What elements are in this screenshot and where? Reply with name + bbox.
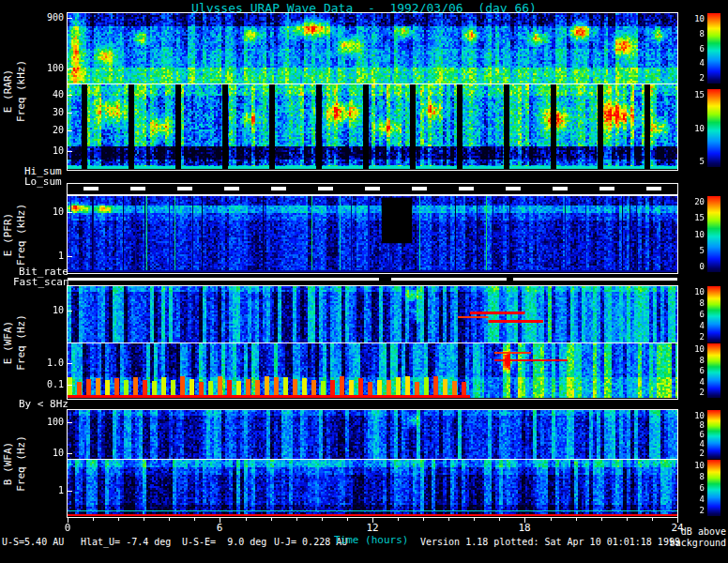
x-tick-label: 6 [205, 522, 234, 534]
colorbar-tick-label: 20 [677, 197, 705, 206]
colorbar-tick-label: 10 [677, 411, 705, 420]
rar-instrument-label: E (RAR) [2, 69, 14, 113]
x-minor-tick-mark [652, 518, 653, 521]
colorbar-tick-label: 6 [677, 366, 705, 375]
colorbar-tick-label: 5 [677, 246, 705, 255]
y-tick-mark [68, 95, 72, 96]
colorbar-tick-label: 8 [677, 356, 705, 365]
y-tick-label: 0.1 [28, 379, 64, 389]
wfa-e-low-spectrogram [68, 343, 677, 398]
colorbar-tick-label: 10 [677, 287, 705, 297]
y-tick-mark [68, 130, 72, 131]
lo-sum-label: Lo_sum [24, 175, 62, 188]
y-tick-label: 10 [28, 145, 64, 156]
y-tick-mark [68, 422, 72, 423]
x-minor-tick-mark [601, 518, 602, 521]
colorbar-tick-label: 8 [677, 472, 705, 481]
colorbar-tick-label: 4 [677, 321, 705, 330]
colorbar-tick-label: 15 [677, 213, 705, 222]
wfa-e-high-spectrogram [68, 286, 677, 342]
y-tick-label: 100 [28, 63, 64, 73]
colorbar-tick-label: 10 [677, 344, 705, 354]
colorbar-tick-label: 10 [677, 230, 705, 239]
x-minor-tick-mark [118, 518, 119, 521]
colorbar-tick-label: 6 [677, 430, 705, 439]
colorbar-tick-label: 10 [677, 14, 705, 23]
colorbar [707, 13, 720, 84]
x-minor-tick-mark [499, 518, 500, 521]
rar-freq-axis-label: Freq (kHz) [15, 60, 27, 122]
y-tick-label: 900 [28, 12, 64, 23]
x-minor-tick-mark [627, 518, 628, 521]
x-tick-label: 24 [663, 522, 691, 534]
colorbar [707, 196, 720, 272]
x-minor-tick-mark [448, 518, 449, 521]
x-minor-tick-mark [144, 518, 144, 521]
colorbar-tick-label: 8 [677, 298, 705, 308]
y-tick-mark [68, 212, 72, 213]
x-minor-tick-mark [322, 518, 323, 521]
y-tick-label: 30 [28, 107, 64, 117]
x-minor-tick-mark [296, 518, 297, 521]
time-axis-label: Time (hours) [334, 534, 408, 546]
colorbar-tick-label: 2 [677, 332, 705, 342]
heliolatitude: Hlat_U= -7.4 deg [81, 537, 171, 547]
y-tick-mark [68, 453, 72, 454]
x-minor-tick-mark [271, 518, 272, 521]
colorbar-tick-label: 6 [677, 310, 705, 319]
colorbar-tick-label: 5 [677, 157, 705, 166]
wfa-b-high-spectrogram [68, 410, 677, 459]
x-tick-label: 18 [510, 522, 538, 534]
y-tick-mark [68, 256, 72, 257]
colorbar-tick-label: 8 [677, 29, 705, 38]
colorbar [707, 343, 720, 398]
x-minor-tick-mark [169, 518, 170, 521]
x-minor-tick-mark [474, 518, 475, 521]
y-tick-mark [68, 113, 72, 114]
y-tick-label: 100 [28, 417, 64, 427]
x-tick-mark [372, 518, 373, 523]
wfa-e-band-divider [68, 342, 677, 343]
wfa-b-freq-axis-label: Freq (Hz) [15, 435, 27, 492]
wfa-b-instrument-label: B (WFA) [2, 442, 14, 485]
fast-scan-label: Fast_scan [13, 276, 69, 288]
pfr-instrument-label: E (PFR) [2, 213, 14, 256]
y-tick-label: 1 [28, 251, 64, 261]
colorbar [707, 410, 720, 459]
colorbar-tick-label: 4 [677, 58, 705, 68]
colorbar-tick-label: 15 [677, 90, 705, 99]
x-tick-mark [220, 518, 220, 523]
x-minor-tick-mark [347, 518, 348, 521]
bit-rate-strip [68, 275, 677, 283]
y-tick-mark [68, 311, 72, 312]
colorbar [707, 460, 720, 516]
x-minor-tick-mark [551, 518, 552, 521]
urap-wave-data-plot: Ulysses URAP Wave Data - 1992/03/06 (day… [0, 0, 728, 563]
colorbar-tick-label: 6 [677, 483, 705, 493]
y-tick-label: 1 [28, 485, 64, 495]
version-timestamp: Version 1.18 plotted: Sat Apr 10 01:01:1… [420, 537, 680, 547]
colorbar-tick-label: 8 [677, 420, 705, 430]
x-tick-mark [677, 518, 678, 523]
x-minor-tick-mark [576, 518, 577, 521]
y-tick-mark [68, 18, 72, 19]
y-tick-label: 10 [28, 305, 64, 315]
x-tick-mark [524, 518, 525, 523]
colorbar-tick-label: 4 [677, 495, 705, 504]
colorbar-tick-label: 0 [677, 262, 705, 271]
colorbar-tick-label: 2 [677, 506, 705, 515]
y-tick-label: 1.0 [28, 358, 64, 368]
colorbar-tick-label: 2 [677, 73, 705, 83]
colorbar-tick-label: 10 [677, 124, 705, 133]
rar-low-band-spectrogram [68, 84, 677, 169]
colorbar-tick-label: 2 [677, 388, 705, 397]
sun-earth-angle: U-S-E= 9.0 deg [182, 537, 266, 547]
x-minor-tick-mark [246, 518, 247, 521]
wfa-b-band-divider [68, 459, 677, 460]
y-tick-mark [68, 363, 72, 364]
colorbar [707, 89, 720, 167]
colorbar-tick-label: 6 [677, 44, 705, 53]
colorbar [707, 286, 720, 342]
x-minor-tick-mark [398, 518, 399, 521]
distance-ulysses-sun: U-S=5.40 AU [2, 537, 64, 547]
